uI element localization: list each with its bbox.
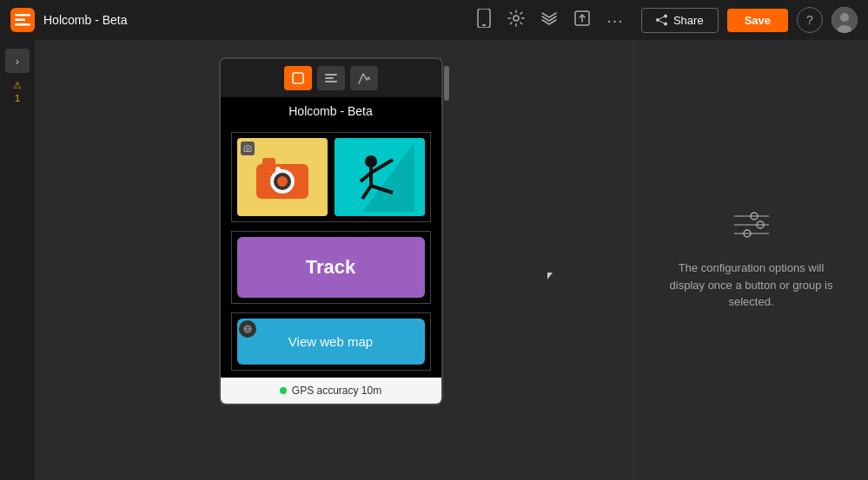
svg-point-8 [664, 23, 667, 26]
canvas-area: Holcomb - Beta [35, 40, 633, 480]
svg-rect-2 [15, 23, 30, 26]
svg-rect-0 [15, 14, 30, 16]
webmap-badge-icon [239, 320, 256, 338]
user-avatar[interactable] [832, 7, 858, 33]
svg-point-7 [664, 15, 667, 18]
phone-content: Track View web map [221, 125, 441, 378]
settings-icon[interactable] [507, 10, 525, 31]
svg-point-13 [840, 13, 849, 22]
topbar-actions: Share Save ? [641, 7, 858, 33]
svg-point-25 [275, 167, 281, 172]
more-options-icon[interactable]: ··· [606, 10, 624, 30]
right-config-panel: The configuration options will display o… [633, 40, 868, 480]
svg-rect-4 [482, 24, 486, 26]
svg-rect-18 [325, 81, 337, 82]
config-sliders-icon [730, 209, 773, 246]
camera-svg [252, 151, 313, 203]
svg-rect-1 [15, 19, 25, 22]
phone-mockup: Holcomb - Beta [219, 57, 443, 405]
phone-tab-bar [221, 59, 441, 97]
main-area: › ⚠ 1 Holcomb - Beta [0, 40, 868, 480]
gps-status-bar: GPS accuracy 10m [221, 378, 441, 404]
share-button[interactable]: Share [641, 8, 719, 33]
sidebar-toggle-button[interactable]: › [5, 49, 30, 73]
svg-point-24 [277, 176, 288, 187]
climbing-tile[interactable] [335, 138, 425, 216]
cursor [547, 273, 553, 279]
webmap-button-wrapper: View web map [231, 312, 431, 371]
project-title: Holcomb - Beta [43, 13, 127, 27]
topbar-icon-group: ··· [476, 9, 624, 32]
svg-rect-16 [325, 74, 337, 76]
climbing-svg [345, 142, 414, 212]
svg-rect-15 [293, 73, 303, 83]
sidebar-warning: ⚠ 1 [13, 80, 22, 103]
svg-point-27 [365, 155, 377, 168]
track-button-wrapper: Track [231, 231, 431, 304]
help-button[interactable]: ? [797, 7, 823, 33]
left-sidebar: › ⚠ 1 [0, 40, 35, 480]
phone-tab-3[interactable] [350, 66, 378, 90]
svg-line-11 [659, 21, 664, 23]
svg-rect-17 [325, 77, 334, 79]
phone-app-name: Holcomb - Beta [221, 97, 441, 125]
mobile-view-icon[interactable] [476, 9, 492, 32]
svg-line-32 [362, 186, 371, 199]
svg-point-9 [656, 18, 659, 22]
save-button[interactable]: Save [727, 9, 788, 32]
phone-tab-2[interactable] [317, 66, 345, 90]
gps-status-dot [280, 387, 287, 394]
topbar: Holcomb - Beta ··· Share Save ? [0, 0, 868, 40]
svg-point-19 [246, 148, 248, 150]
gps-status-text: GPS accuracy 10m [292, 385, 381, 397]
svg-rect-21 [262, 158, 275, 167]
config-placeholder-text: The configuration options will display o… [665, 260, 838, 311]
scroll-thumb [444, 66, 449, 101]
track-button[interactable]: Track [237, 237, 425, 298]
camera-badge-icon [241, 141, 255, 155]
layers-icon[interactable] [540, 10, 558, 31]
webmap-button[interactable]: View web map [237, 319, 425, 365]
image-row [231, 132, 431, 222]
svg-line-10 [659, 16, 664, 19]
camera-tile[interactable] [237, 138, 328, 216]
phone-tab-1[interactable] [284, 66, 312, 90]
export-icon[interactable] [573, 10, 591, 31]
svg-point-5 [514, 16, 519, 21]
app-logo [10, 8, 35, 32]
